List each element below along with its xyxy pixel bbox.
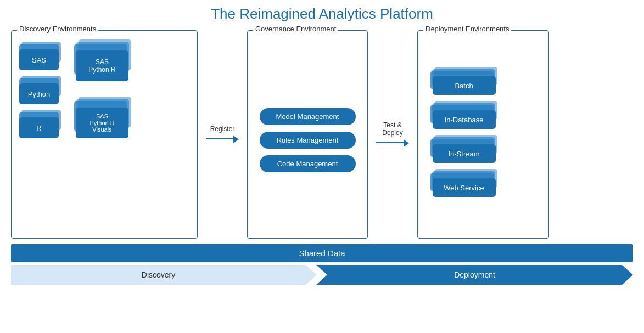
sas-card-front: SAS [19, 49, 59, 70]
r-stack: R [17, 114, 61, 142]
web-service-stack: Web Service [429, 174, 499, 201]
register-label: Register [210, 125, 235, 133]
python-stack: Python [17, 80, 61, 108]
in-stream-card-front: In-Stream [433, 144, 496, 163]
rules-management-btn: Rules Management [260, 132, 356, 149]
diagram-area: Discovery Environments SAS Python R [11, 30, 633, 239]
r-card-front: R [19, 117, 59, 138]
batch-stack: Batch [429, 72, 499, 99]
governance-env-label: Governance Environment [253, 25, 338, 33]
in-stream-stack: In-Stream [429, 140, 499, 167]
register-connector: Register [198, 30, 247, 239]
python-card-front: Python [19, 83, 59, 104]
sas-stack: SAS [17, 46, 61, 74]
test-deploy-label: Test &Deploy [382, 121, 402, 137]
sprv-card-front: SASPython RVisuals [76, 108, 128, 138]
code-management-btn: Code Management [260, 155, 356, 172]
register-arrow [206, 135, 239, 144]
in-database-card-front: In-Database [433, 110, 496, 129]
test-deploy-connector: Test &Deploy [368, 30, 417, 239]
governance-env-box: Governance Environment Model Management … [247, 30, 368, 239]
in-database-stack: In-Database [429, 106, 499, 133]
governance-inner: Model Management Rules Management Code M… [253, 47, 362, 233]
deployment-arrow-bar: Deployment [316, 265, 633, 285]
deployment-inner: Batch In-Database In-Stream Web Service [423, 41, 543, 233]
model-management-btn: Model Management [260, 108, 356, 125]
discovery-env-box: Discovery Environments SAS Python R [11, 30, 198, 239]
web-service-card-front: Web Service [433, 178, 496, 197]
discovery-env-label: Discovery Environments [17, 25, 98, 33]
batch-card-front: Batch [433, 76, 496, 95]
arrow-bars: Discovery Deployment [11, 265, 633, 285]
test-deploy-arrow [376, 139, 409, 148]
bottom-section: Shared Data Discovery Deployment [11, 244, 633, 285]
discovery-right-col: SASPython R SASPython RVisuals [72, 41, 132, 143]
deployment-env-box: Deployment Environments Batch In-Databas… [417, 30, 549, 239]
discovery-arrow-bar: Discovery [11, 265, 317, 285]
shared-data-bar: Shared Data [11, 244, 633, 262]
discovery-left-col: SAS Python R [17, 46, 61, 142]
spr-card-front: SASPython R [76, 50, 128, 81]
deployment-env-label: Deployment Environments [423, 25, 511, 33]
main-title: The Reimagined Analytics Platform [211, 5, 433, 22]
sas-python-r-visuals-stack: SASPython RVisuals [72, 103, 132, 143]
discovery-inner: SAS Python R SASP [17, 41, 192, 233]
sas-python-r-stack: SASPython R [72, 46, 132, 86]
